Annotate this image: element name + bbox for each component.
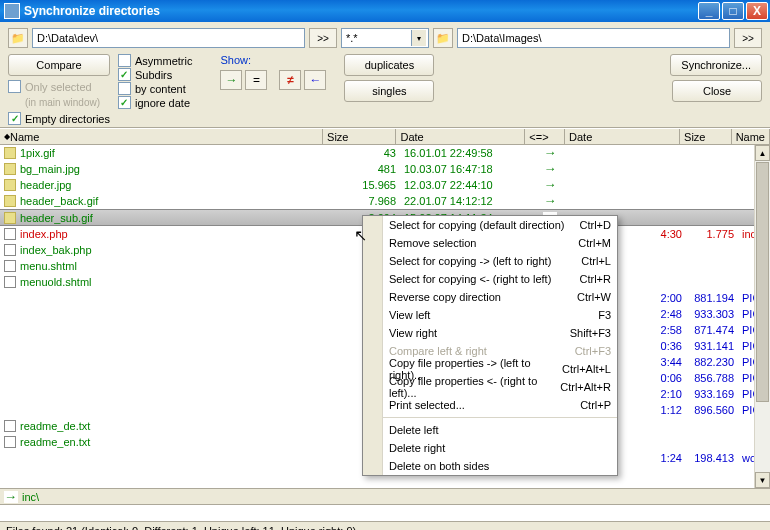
- file-icon: [4, 179, 16, 191]
- asymmetric-checkbox[interactable]: [118, 54, 131, 67]
- context-menu-item[interactable]: Select for copying (default direction)Ct…: [383, 216, 617, 234]
- filter-combo[interactable]: *.*: [341, 28, 429, 48]
- bycontent-checkbox[interactable]: [118, 82, 131, 95]
- table-row[interactable]: header_back.gif7.96822.01.07 14:12:12: [0, 193, 770, 209]
- context-menu-item[interactable]: Delete on both sides: [383, 457, 617, 475]
- scroll-thumb[interactable]: [756, 162, 769, 402]
- close-dialog-button[interactable]: Close: [672, 80, 762, 102]
- show-right-arrow-icon[interactable]: →: [220, 70, 242, 90]
- file-icon: [4, 420, 16, 432]
- toolbar: 📁 D:\Data\dev\ >> *.* 📁 D:\Data\Images\ …: [0, 22, 770, 128]
- arrow-right-icon: [4, 491, 18, 503]
- scrollbar[interactable]: ▲ ▼: [754, 145, 770, 488]
- right-nav-button[interactable]: >>: [734, 28, 762, 48]
- arrow-right-icon: [543, 147, 557, 159]
- file-icon: [4, 163, 16, 175]
- arrow-right-icon: [543, 195, 557, 207]
- right-path-input[interactable]: D:\Data\Images\: [457, 28, 730, 48]
- col-date2[interactable]: Date: [565, 129, 680, 144]
- col-date[interactable]: Date: [396, 129, 525, 144]
- scroll-up-icon[interactable]: ▲: [755, 145, 770, 161]
- context-menu-item[interactable]: Remove selectionCtrl+M: [383, 234, 617, 252]
- context-menu-item[interactable]: View rightShift+F3: [383, 324, 617, 342]
- scroll-down-icon[interactable]: ▼: [755, 472, 770, 488]
- singles-button[interactable]: singles: [344, 80, 434, 102]
- compare-button[interactable]: Compare: [8, 54, 110, 76]
- app-icon: [4, 3, 20, 19]
- file-icon: [4, 260, 16, 272]
- table-row[interactable]: 1pix.gif4316.01.01 22:49:58: [0, 145, 770, 161]
- file-icon: [4, 212, 16, 224]
- show-unequal-icon[interactable]: ≠: [279, 70, 301, 90]
- context-menu-item[interactable]: View leftF3: [383, 306, 617, 324]
- col-size2[interactable]: Size: [680, 129, 732, 144]
- file-icon: [4, 276, 16, 288]
- context-menu-item[interactable]: Delete right: [383, 439, 617, 457]
- context-menu-item[interactable]: Print selected...Ctrl+P: [383, 396, 617, 414]
- subdirs-checkbox[interactable]: ✓: [118, 68, 131, 81]
- show-label: Show:: [220, 54, 326, 66]
- window-title: Synchronize directories: [24, 4, 160, 18]
- file-icon: [4, 195, 16, 207]
- table-row[interactable]: bg_main.jpg48110.03.07 16:47:18: [0, 161, 770, 177]
- show-equal-icon[interactable]: =: [245, 70, 267, 90]
- ignoredate-checkbox[interactable]: ✓: [118, 96, 131, 109]
- maximize-button[interactable]: □: [722, 2, 744, 20]
- col-name2[interactable]: Name: [732, 129, 770, 144]
- spacer-row: [0, 505, 770, 521]
- col-size[interactable]: Size: [323, 129, 396, 144]
- minimize-button[interactable]: _: [698, 2, 720, 20]
- col-compare[interactable]: <=>: [525, 129, 565, 144]
- table-header: ◆Name Size Date <=> Date Size Name: [0, 128, 770, 145]
- onlysel-checkbox: [8, 80, 21, 93]
- arrow-right-icon: [543, 179, 557, 191]
- file-icon: [4, 147, 16, 159]
- context-menu-item[interactable]: Reverse copy directionCtrl+W: [383, 288, 617, 306]
- context-menu-item[interactable]: Select for copying -> (left to right)Ctr…: [383, 252, 617, 270]
- status-bar: Files found: 21 (Identical: 0, Different…: [0, 521, 770, 530]
- context-menu-item[interactable]: Delete left: [383, 421, 617, 439]
- folder-row[interactable]: inc\: [0, 488, 770, 505]
- left-path-input[interactable]: D:\Data\dev\: [32, 28, 305, 48]
- synchronize-button[interactable]: Synchronize...: [670, 54, 762, 76]
- context-menu-item[interactable]: Copy file properties <- (right to left).…: [383, 378, 617, 396]
- cursor-icon: ↖: [354, 226, 367, 245]
- titlebar[interactable]: Synchronize directories _ □ X: [0, 0, 770, 22]
- duplicates-button[interactable]: duplicates: [344, 54, 434, 76]
- show-left-arrow-icon[interactable]: ←: [304, 70, 326, 90]
- file-icon: [4, 228, 16, 240]
- context-menu: Select for copying (default direction)Ct…: [362, 215, 618, 476]
- context-menu-item[interactable]: Select for copying <- (right to left)Ctr…: [383, 270, 617, 288]
- file-icon: [4, 244, 16, 256]
- table-row[interactable]: header.jpg15.96512.03.07 22:44:10: [0, 177, 770, 193]
- left-drive-icon[interactable]: 📁: [8, 28, 28, 48]
- right-drive-icon[interactable]: 📁: [433, 28, 453, 48]
- file-icon: [4, 436, 16, 448]
- emptydirs-checkbox[interactable]: ✓: [8, 112, 21, 125]
- close-button[interactable]: X: [746, 2, 768, 20]
- left-nav-button[interactable]: >>: [309, 28, 337, 48]
- col-name[interactable]: ◆Name: [0, 129, 323, 144]
- arrow-right-icon: [543, 163, 557, 175]
